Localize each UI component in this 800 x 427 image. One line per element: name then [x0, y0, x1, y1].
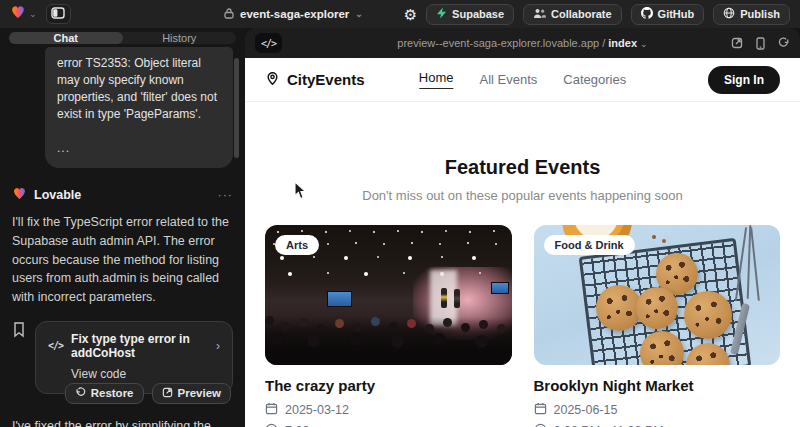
view-code-link[interactable]: View code: [71, 367, 220, 381]
event-date: 2025-06-15: [534, 402, 781, 418]
category-badge: Arts: [275, 235, 319, 255]
nav-home[interactable]: Home: [419, 70, 454, 89]
site-brand[interactable]: CityEvents: [265, 71, 365, 89]
clock-icon: [265, 423, 278, 427]
github-icon: [641, 7, 653, 21]
chevron-down-icon: ⌄: [355, 10, 363, 19]
bookmark-icon[interactable]: [12, 321, 26, 342]
rendered-site: CityEvents Home All Events Categories Si…: [245, 58, 800, 427]
tab-history[interactable]: History: [123, 32, 237, 44]
supabase-button[interactable]: Supabase: [426, 4, 514, 25]
project-name: event-saga-explorer: [240, 8, 349, 20]
map-pin-icon: [265, 71, 280, 89]
section-title: Featured Events: [245, 156, 800, 179]
fix-card-title: Fix type type error in addCoHost: [71, 332, 208, 360]
globe-icon: [723, 7, 735, 21]
user-message-text: error TS2353: Object literal may only sp…: [57, 55, 221, 123]
assistant-intro-text: I'll fix the TypeScript error related to…: [12, 213, 233, 307]
lovable-logo-menu[interactable]: ⌄: [10, 4, 37, 24]
people-icon: [533, 8, 546, 21]
app-topbar: ⌄ event-saga-explorer ⌄ ⚙ Supa: [0, 0, 800, 28]
chat-history-tabs: Chat History: [9, 32, 236, 44]
section-subtitle: Don't miss out on these popular events h…: [245, 188, 800, 203]
preview-pane: </> preview--event-saga-explorer.lovable…: [245, 28, 800, 427]
calendar-icon: [265, 402, 278, 418]
event-image: Arts: [265, 225, 512, 365]
event-title: Brooklyn Night Market: [534, 377, 781, 394]
preview-url-host: preview--event-saga-explorer.lovable.app: [397, 37, 599, 49]
chevron-down-icon: ⌄: [29, 10, 37, 19]
event-card[interactable]: Arts The crazy party 2025-03-12: [265, 225, 512, 427]
clock-icon: [534, 423, 547, 427]
event-image: Food & Drink: [534, 225, 781, 365]
nav-all-events[interactable]: All Events: [480, 72, 538, 87]
supabase-bolt-icon: [436, 7, 447, 21]
restore-button[interactable]: Restore: [65, 383, 144, 404]
event-date: 2025-03-12: [265, 402, 512, 418]
lovable-heart-icon: [12, 186, 27, 204]
site-header: CityEvents Home All Events Categories Si…: [245, 58, 800, 102]
panel-icon: [51, 5, 65, 23]
event-time: 7:00: [265, 423, 512, 427]
user-message-bubble: error TS2353: Object literal may only sp…: [45, 47, 233, 168]
preview-url-page: index: [608, 37, 637, 49]
assistant-name: Lovable: [34, 188, 81, 202]
event-cards: Arts The crazy party 2025-03-12: [245, 225, 800, 427]
message-actions: Restore Preview: [12, 383, 231, 404]
open-in-new-window-icon[interactable]: [731, 37, 743, 49]
preview-url-dropdown[interactable]: preview--event-saga-explorer.lovable.app…: [245, 37, 800, 49]
chat-sidebar: Chat History error TS2353: Object litera…: [0, 28, 245, 427]
settings-gear-icon[interactable]: ⚙: [404, 7, 417, 22]
assistant-header: Lovable ···: [12, 186, 233, 204]
preview-button[interactable]: Preview: [152, 383, 231, 404]
chevron-right-icon: ›: [216, 339, 220, 353]
event-time: 6:00 PM - 11:00 PM: [534, 423, 781, 427]
refresh-icon[interactable]: [778, 37, 790, 49]
message-truncated-indicator: ...: [57, 140, 221, 157]
sidebar-toggle-button[interactable]: [46, 4, 71, 24]
code-icon: </>: [48, 340, 63, 351]
tab-chat[interactable]: Chat: [9, 32, 123, 44]
publish-button[interactable]: Publish: [713, 4, 790, 25]
topbar-actions: ⚙ Supabase Collaborate: [404, 4, 790, 25]
lock-icon: [224, 8, 234, 21]
chevron-down-icon: ⌄: [640, 39, 648, 49]
message-menu-icon[interactable]: ···: [218, 188, 234, 202]
code-view-toggle[interactable]: </>: [255, 33, 282, 53]
assistant-outro-text: I've fixed the error by simplifying the …: [12, 417, 233, 427]
sign-in-button[interactable]: Sign In: [708, 66, 780, 94]
nav-categories[interactable]: Categories: [563, 72, 626, 87]
chat-messages: error TS2353: Object literal may only sp…: [0, 44, 245, 427]
preview-toolbar: </> preview--event-saga-explorer.lovable…: [245, 28, 800, 58]
github-button[interactable]: GitHub: [631, 4, 705, 25]
calendar-icon: [534, 402, 547, 418]
project-name-dropdown[interactable]: event-saga-explorer ⌄: [224, 0, 363, 28]
collaborate-button[interactable]: Collaborate: [523, 4, 622, 25]
mobile-view-icon[interactable]: [756, 37, 765, 50]
event-card[interactable]: Food & Drink Brooklyn Night Market 2025-…: [534, 225, 781, 427]
chat-scrollbar-thumb[interactable]: [234, 58, 239, 158]
event-title: The crazy party: [265, 377, 512, 394]
open-preview-icon: [162, 387, 173, 400]
category-badge: Food & Drink: [544, 235, 635, 255]
site-nav: Home All Events Categories: [419, 70, 626, 89]
restore-icon: [75, 387, 86, 400]
lovable-heart-icon: [10, 4, 26, 24]
